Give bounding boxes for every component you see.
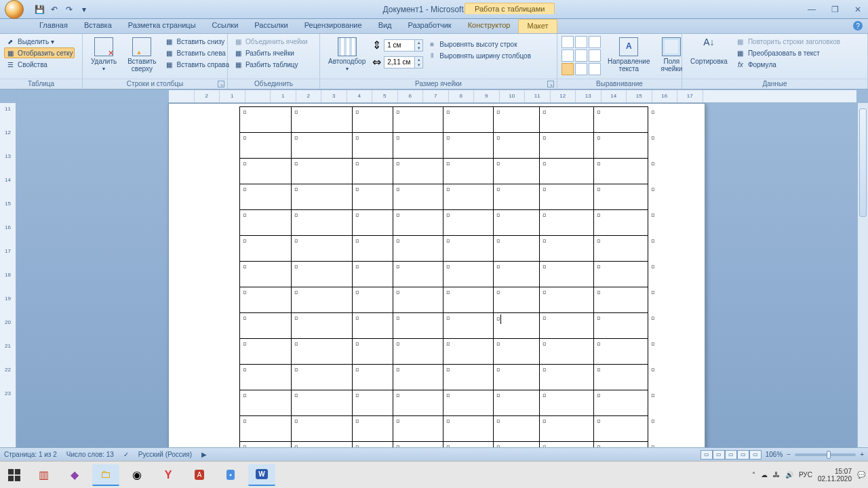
view-print-layout[interactable]: ▭ — [701, 450, 713, 460]
taskbar-zoom[interactable]: ▪ — [217, 464, 244, 486]
close-button[interactable]: ✕ — [850, 4, 865, 15]
table-cell[interactable]: ¤ — [594, 236, 648, 262]
table-cell[interactable]: ¤ — [494, 107, 540, 133]
taskbar-chrome[interactable]: ◉ — [123, 464, 151, 486]
table-cell[interactable]: ¤ — [443, 159, 494, 184]
table-cell[interactable]: ¤ — [594, 339, 648, 365]
table-cell[interactable]: ¤ — [353, 236, 393, 262]
table-cell[interactable]: ¤ — [353, 159, 393, 184]
tray-volume-icon[interactable]: 🔊 — [785, 471, 793, 479]
table-cell[interactable]: ¤ — [443, 184, 494, 210]
table-row[interactable]: ¤¤¤¤¤¤¤¤¤ — [240, 287, 658, 313]
save-icon[interactable]: 💾 — [34, 4, 45, 15]
tray-notifications-icon[interactable]: 💬 — [857, 471, 865, 479]
table-row[interactable]: ¤¤¤¤¤¤¤¤¤ — [240, 184, 658, 210]
align-mc[interactable] — [575, 49, 587, 62]
table-cell[interactable]: ¤ — [292, 159, 353, 184]
table-cell[interactable]: ¤ — [594, 210, 648, 236]
table-cell[interactable]: ¤ — [240, 390, 292, 416]
table-cell[interactable]: ¤ — [240, 159, 292, 184]
table-cell[interactable]: ¤ — [443, 390, 494, 416]
taskbar-app-1[interactable]: ▥ — [30, 464, 57, 486]
table-cell[interactable]: ¤ — [240, 236, 292, 262]
table-cell[interactable]: ¤ — [393, 416, 443, 442]
table-cell[interactable]: ¤ — [494, 313, 540, 339]
horizontal-ruler[interactable]: 211234567891011121314151617 — [16, 89, 857, 103]
table-cell[interactable]: ¤ — [494, 287, 540, 313]
table-cell[interactable]: ¤ — [494, 262, 540, 287]
table-cell[interactable]: ¤ — [353, 390, 393, 416]
help-icon[interactable]: ? — [853, 21, 863, 30]
table-cell[interactable]: ¤ — [292, 365, 353, 390]
split-table-button[interactable]: ▦Разбить таблицу — [232, 59, 309, 70]
sort-button[interactable]: A↓Сортировка — [686, 36, 732, 66]
table-cell[interactable]: ¤ — [240, 210, 292, 236]
table-cell[interactable]: ¤ — [540, 390, 594, 416]
table-cell[interactable]: ¤ — [494, 210, 540, 236]
taskbar-word[interactable]: W — [248, 464, 275, 486]
table-cell[interactable]: ¤ — [494, 416, 540, 442]
table-cell[interactable]: ¤ — [540, 262, 594, 287]
qat-more-icon[interactable]: ▾ — [79, 4, 90, 15]
undo-icon[interactable]: ↶ — [49, 4, 60, 15]
table-cell[interactable]: ¤ — [240, 313, 292, 339]
table-cell[interactable]: ¤ — [594, 313, 648, 339]
tab-ссылки[interactable]: Ссылки — [204, 19, 247, 33]
formula-button[interactable]: fxФормула — [734, 59, 842, 70]
table-cell[interactable]: ¤ — [594, 107, 648, 133]
align-bc[interactable] — [575, 63, 587, 75]
split-cells-button[interactable]: ▦Разбить ячейки — [232, 47, 309, 58]
table-cell[interactable]: ¤ — [594, 184, 648, 210]
zoom-out-button[interactable]: − — [787, 451, 791, 458]
tab-рассылки[interactable]: Рассылки — [246, 19, 296, 33]
table-cell[interactable]: ¤ — [494, 236, 540, 262]
tab-рецензирование[interactable]: Рецензирование — [296, 19, 370, 33]
table-cell[interactable]: ¤ — [443, 287, 494, 313]
insert-below-button[interactable]: ▦Вставить снизу — [163, 36, 231, 47]
table-cell[interactable]: ¤ — [292, 210, 353, 236]
table-cell[interactable]: ¤ — [540, 287, 594, 313]
table-cell[interactable]: ¤ — [292, 287, 353, 313]
table-cell[interactable]: ¤ — [292, 313, 353, 339]
tab-главная[interactable]: Главная — [31, 19, 76, 33]
table-row[interactable]: ¤¤¤¤¤¤¤¤¤ — [240, 159, 658, 184]
insert-left-button[interactable]: ▦Вставить слева — [163, 47, 231, 58]
tray-language[interactable]: РУС — [799, 471, 812, 479]
tab-макет[interactable]: Макет — [518, 19, 557, 33]
table-row[interactable]: ¤¤¤¤¤¤¤¤¤ — [240, 262, 658, 287]
maximize-button[interactable]: ❐ — [827, 4, 842, 15]
table-cell[interactable]: ¤ — [353, 339, 393, 365]
table-cell[interactable]: ¤ — [353, 365, 393, 390]
tray-onedrive-icon[interactable]: ☁ — [761, 471, 768, 479]
table-cell[interactable]: ¤ — [240, 416, 292, 442]
table-cell[interactable]: ¤ — [540, 236, 594, 262]
table-cell[interactable]: ¤ — [540, 107, 594, 133]
table-cell[interactable]: ¤ — [393, 262, 443, 287]
zoom-slider[interactable] — [795, 453, 856, 456]
table-cell[interactable]: ¤ — [540, 184, 594, 210]
tab-разработчик[interactable]: Разработчик — [400, 19, 460, 33]
redo-icon[interactable]: ↷ — [64, 4, 75, 15]
table-cell[interactable]: ¤ — [494, 184, 540, 210]
table-cell[interactable]: ¤ — [594, 390, 648, 416]
table-cell[interactable]: ¤ — [353, 287, 393, 313]
table-cell[interactable]: ¤ — [393, 133, 443, 159]
table-cell[interactable]: ¤ — [393, 287, 443, 313]
table-cell[interactable]: ¤ — [540, 133, 594, 159]
table-cell[interactable]: ¤ — [292, 390, 353, 416]
table-cell[interactable]: ¤ — [594, 133, 648, 159]
page[interactable]: ¤¤¤¤¤¤¤¤¤¤¤¤¤¤¤¤¤¤¤¤¤¤¤¤¤¤¤¤¤¤¤¤¤¤¤¤¤¤¤¤… — [168, 103, 705, 461]
select-button[interactable]: ⬈Выделить ▾ — [4, 36, 75, 47]
distribute-rows-button[interactable]: ≡Выровнять высоту строк — [426, 39, 532, 49]
table-cell[interactable]: ¤ — [393, 313, 443, 339]
table-row[interactable]: ¤¤¤¤¤¤¤¤¤ — [240, 416, 658, 442]
table-cell[interactable]: ¤ — [494, 133, 540, 159]
table-cell[interactable]: ¤ — [292, 107, 353, 133]
table-cell[interactable]: ¤ — [393, 159, 443, 184]
table-cell[interactable]: ¤ — [292, 262, 353, 287]
minimize-button[interactable]: — — [804, 4, 819, 15]
table-cell[interactable]: ¤ — [443, 262, 494, 287]
table-cell[interactable]: ¤ — [353, 416, 393, 442]
align-mr[interactable] — [589, 49, 601, 62]
taskbar-explorer[interactable]: 🗀 — [92, 464, 119, 486]
